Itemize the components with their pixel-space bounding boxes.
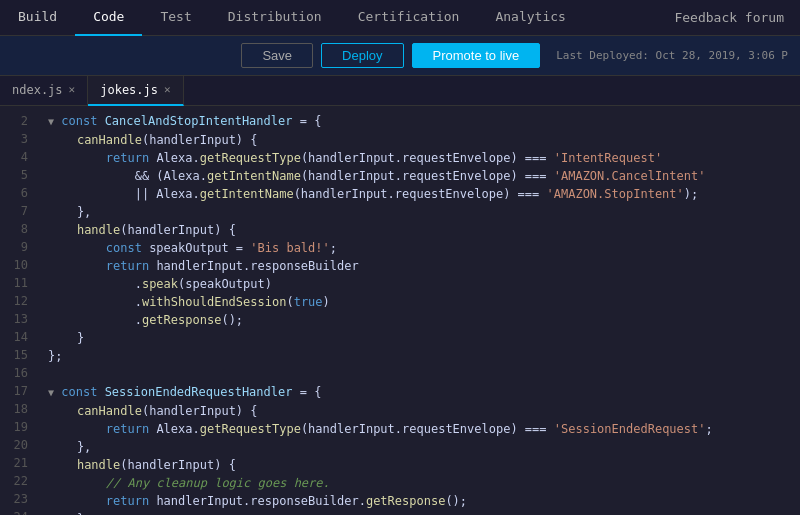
editor-area: 2 3 4 5 6 7 8 9 10 11 12 13 14 15 16 17 … [0,106,800,515]
nav-item-analytics[interactable]: Analytics [477,0,583,36]
feedback-button[interactable]: Feedback forum [658,0,800,36]
action-bar: Save Deploy Promote to live Last Deploye… [0,36,800,76]
close-index-js-icon[interactable]: ✕ [69,83,76,96]
nav-item-certification[interactable]: Certification [340,0,478,36]
nav-item-test[interactable]: Test [142,0,209,36]
tab-jokes-js[interactable]: jokes.js ✕ [88,76,183,106]
top-navigation: Build Code Test Distribution Certificati… [0,0,800,36]
nav-item-distribution[interactable]: Distribution [210,0,340,36]
nav-item-code[interactable]: Code [75,0,142,36]
promote-button[interactable]: Promote to live [412,43,541,68]
save-button[interactable]: Save [241,43,313,68]
nav-item-build[interactable]: Build [0,0,75,36]
code-editor[interactable]: ▼ const CancelAndStopIntentHandler = { c… [36,106,800,515]
last-deployed-label: Last Deployed: Oct 28, 2019, 3:06 P [556,49,788,62]
tab-index-js-label: ndex.js [12,83,63,97]
tab-jokes-js-label: jokes.js [100,83,158,97]
tab-index-js[interactable]: ndex.js ✕ [0,76,88,106]
nav-items: Build Code Test Distribution Certificati… [0,0,658,36]
deploy-button[interactable]: Deploy [321,43,403,68]
line-numbers: 2 3 4 5 6 7 8 9 10 11 12 13 14 15 16 17 … [0,106,36,515]
file-tabs: ndex.js ✕ jokes.js ✕ [0,76,800,106]
close-jokes-js-icon[interactable]: ✕ [164,83,171,96]
